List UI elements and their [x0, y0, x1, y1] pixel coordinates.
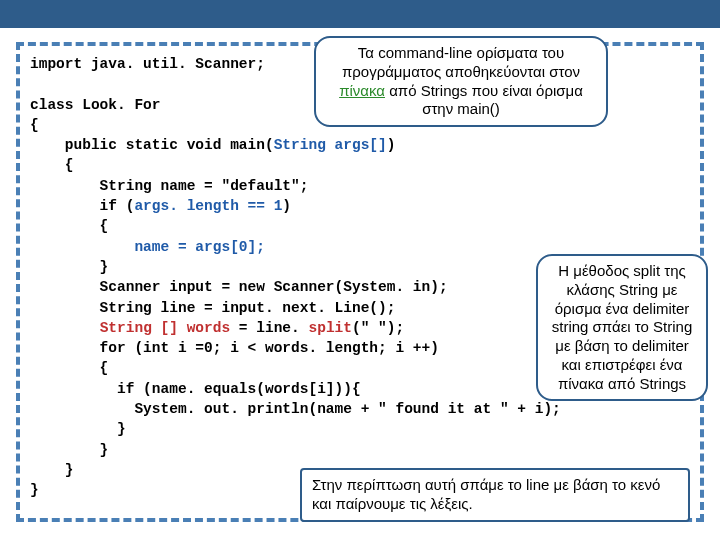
callout-split: Η μέθοδος split της κλάσης String με όρι… — [536, 254, 708, 401]
title-bar — [0, 0, 720, 28]
callout-args: Τα command-line ορίσματα του προγράμματο… — [314, 36, 608, 127]
callout-bottom: Στην περίπτωση αυτή σπάμε το line με βάσ… — [300, 468, 690, 522]
